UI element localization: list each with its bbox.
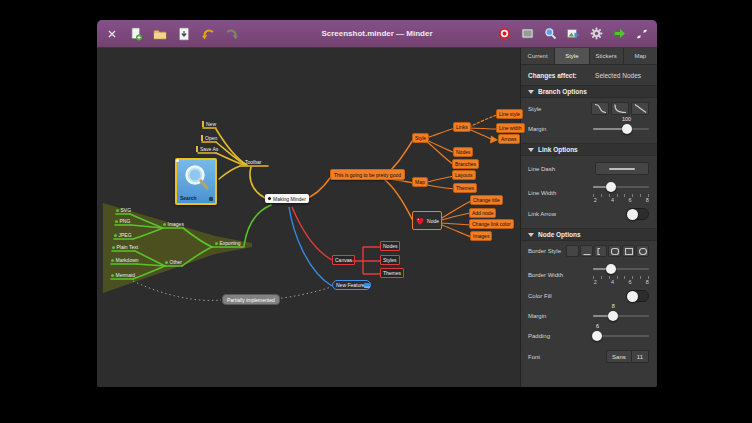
titlebar[interactable]: Screenshot.minder — Minder: [97, 20, 657, 48]
image-export-icon[interactable]: [566, 27, 580, 41]
map-node-markdown[interactable]: Markdown: [110, 257, 140, 263]
border-width-slider[interactable]: [593, 263, 649, 275]
map-note-partially-implemented[interactable]: Partially implemented: [222, 294, 280, 305]
color-fill-toggle[interactable]: [626, 290, 649, 302]
slider-knob[interactable]: [606, 264, 616, 274]
slider-knob[interactable]: [606, 182, 616, 192]
map-node-branches[interactable]: Branches: [452, 159, 479, 169]
map-node-pretty-good[interactable]: This is going to be pretty good: [330, 169, 405, 180]
document-new-icon[interactable]: [129, 27, 143, 41]
sidebar-tabbar: Current Style Stickers Map: [521, 48, 657, 65]
settings-gear-icon[interactable]: [589, 27, 603, 41]
map-node-images-green[interactable]: Images: [162, 221, 185, 227]
changes-affect-dropdown[interactable]: Selected Nodes: [595, 72, 641, 79]
inspector-sidebar: Current Style Stickers Map Changes affec…: [521, 48, 657, 387]
folder-open-icon[interactable]: [153, 27, 167, 41]
task-dot-icon: [163, 223, 166, 226]
line-dash-label: Line Dash: [528, 166, 555, 172]
slider-knob[interactable]: [608, 311, 618, 321]
branch-margin-slider[interactable]: 100: [593, 123, 649, 135]
mindmap-canvas[interactable]: Making Minder Toolbar New Open Save As S…: [97, 48, 520, 387]
branch-style-straight-button[interactable]: [631, 102, 649, 115]
map-node-add-node[interactable]: Add node: [469, 208, 496, 218]
map-node-search-image[interactable]: Search: [175, 158, 217, 205]
map-node-other[interactable]: Other: [164, 259, 183, 265]
map-node-toolbar[interactable]: Toolbar: [244, 159, 262, 165]
document-save-icon[interactable]: [177, 27, 191, 41]
border-style-bracket-button[interactable]: [594, 245, 607, 257]
export-icon[interactable]: [612, 27, 626, 41]
map-node-line-style[interactable]: Line style: [496, 109, 523, 119]
task-dot-icon: [112, 246, 115, 249]
map-node-themes-orange[interactable]: Themes: [453, 183, 477, 193]
link-arrow-row: Link Arrow: [521, 208, 657, 220]
map-node-change-title[interactable]: Change title: [470, 195, 503, 205]
close-icon[interactable]: [105, 27, 119, 41]
redo-icon[interactable]: [225, 27, 239, 41]
map-node-map[interactable]: Map: [412, 177, 428, 187]
map-node-line-width[interactable]: Line width: [496, 123, 525, 133]
node-options-header[interactable]: Node Options: [521, 228, 657, 241]
map-node-svg[interactable]: SVG: [115, 207, 132, 213]
map-node-styles-red[interactable]: Styles: [380, 255, 400, 265]
tab-map[interactable]: Map: [624, 48, 657, 64]
map-node-arrows[interactable]: Arrows: [498, 134, 520, 144]
map-node-layouts[interactable]: Layouts: [452, 170, 476, 180]
map-node-png[interactable]: PNG: [114, 218, 131, 224]
border-style-label: Border Style: [528, 248, 561, 254]
node-padding-label: Padding: [528, 333, 550, 339]
focus-mode-icon[interactable]: [497, 27, 511, 41]
map-node-canvas[interactable]: Canvas: [332, 255, 355, 265]
border-style-underline-button[interactable]: [580, 245, 593, 257]
resize-icon[interactable]: [635, 27, 649, 41]
border-style-none-button[interactable]: [566, 245, 579, 257]
map-node-nodes-orange[interactable]: Nodes: [453, 147, 473, 157]
undo-icon[interactable]: [201, 27, 215, 41]
map-node-nodes-red[interactable]: Nodes: [380, 241, 400, 251]
line-dash-button[interactable]: [595, 162, 649, 175]
image-resize-icon[interactable]: [209, 197, 213, 201]
node-margin-slider[interactable]: 8: [593, 310, 649, 322]
map-node-new[interactable]: New: [202, 121, 216, 127]
tab-stickers[interactable]: Stickers: [590, 48, 624, 64]
tab-style[interactable]: Style: [555, 48, 589, 64]
task-dot-icon: [111, 274, 114, 277]
map-node-plain-text[interactable]: Plain Text: [111, 244, 139, 250]
tick-labels: 2 4 6 8: [593, 279, 649, 286]
branch-options-header[interactable]: Branch Options: [521, 85, 657, 98]
map-node-heart[interactable]: Node: [412, 211, 442, 230]
line-width-slider[interactable]: [593, 181, 649, 193]
board-icon[interactable]: [520, 27, 534, 41]
changes-affect-label: Changes affect:: [528, 72, 577, 79]
font-family-button[interactable]: Sans: [606, 350, 632, 363]
link-options-header[interactable]: Link Options: [521, 143, 657, 156]
branch-style-squared-button[interactable]: [611, 102, 629, 115]
map-node-open[interactable]: Open: [201, 135, 217, 141]
tab-current[interactable]: Current: [521, 48, 555, 64]
map-node-change-link-color[interactable]: Change link color: [469, 219, 514, 229]
map-node-themes-red[interactable]: Themes: [380, 268, 404, 278]
branch-style-curved-button[interactable]: [591, 102, 609, 115]
changes-affect-row: Changes affect: Selected Nodes: [521, 65, 657, 85]
node-dot-icon: [268, 197, 271, 200]
map-node-mermaid[interactable]: Mermaid: [110, 272, 136, 278]
map-node-exporting[interactable]: Exporting: [214, 240, 242, 246]
node-padding-slider[interactable]: 6: [593, 330, 649, 342]
node-padding-value: 6: [596, 323, 599, 329]
map-node-style[interactable]: Style: [412, 133, 429, 143]
zoom-icon[interactable]: [543, 27, 557, 41]
map-node-images-orange[interactable]: Images: [470, 231, 492, 241]
note-badge-icon[interactable]: [364, 283, 370, 288]
border-style-pill-button[interactable]: [636, 245, 649, 257]
font-size-button[interactable]: 11: [632, 350, 649, 363]
border-style-square-button[interactable]: [622, 245, 635, 257]
link-arrow-toggle[interactable]: [626, 208, 649, 220]
solid-line-icon: [609, 168, 635, 170]
slider-knob[interactable]: [622, 124, 632, 134]
border-style-rounded-button[interactable]: [608, 245, 621, 257]
slider-knob[interactable]: [592, 331, 602, 341]
map-node-jpeg[interactable]: JPEG: [113, 232, 133, 238]
map-node-save-as[interactable]: Save As: [196, 146, 218, 152]
map-node-making-minder[interactable]: Making Minder: [265, 194, 309, 203]
map-node-links[interactable]: Links: [453, 122, 471, 132]
